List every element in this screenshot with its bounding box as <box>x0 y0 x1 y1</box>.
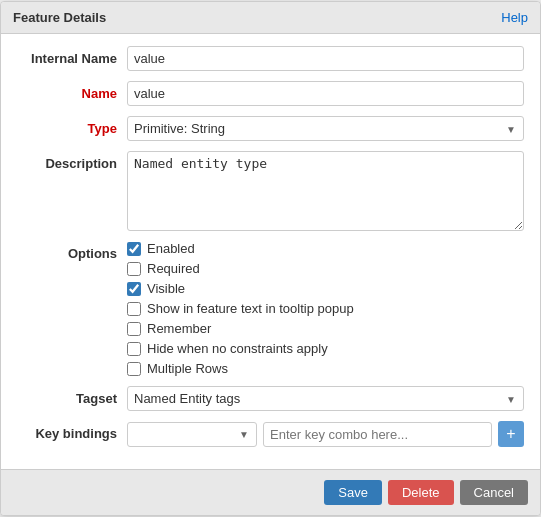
options-label: Options <box>17 241 127 261</box>
name-row: Name <box>17 81 524 106</box>
tagset-row: Tagset Named Entity tags None Custom ▼ <box>17 386 524 411</box>
key-combo-input[interactable] <box>263 422 492 447</box>
name-label: Name <box>17 81 127 101</box>
option-hide-no-constraints[interactable]: Hide when no constraints apply <box>127 341 524 356</box>
option-show-in-tooltip[interactable]: Show in feature text in tooltip popup <box>127 301 524 316</box>
option-show-in-tooltip-checkbox[interactable] <box>127 302 141 316</box>
option-hide-no-constraints-checkbox[interactable] <box>127 342 141 356</box>
option-enabled[interactable]: Enabled <box>127 241 524 256</box>
footer: Save Delete Cancel <box>1 469 540 515</box>
option-remember[interactable]: Remember <box>127 321 524 336</box>
type-label: Type <box>17 116 127 136</box>
key-modifier-select[interactable]: Ctrl Alt Shift <box>127 422 257 447</box>
feature-details-window: Feature Details Help Internal Name Name … <box>0 1 541 516</box>
option-show-in-tooltip-label: Show in feature text in tooltip popup <box>147 301 354 316</box>
name-input[interactable] <box>127 81 524 106</box>
keybindings-row: Key bindings Ctrl Alt Shift ▼ + <box>17 421 524 447</box>
type-row: Type Primitive: String Primitive: Intege… <box>17 116 524 141</box>
type-select[interactable]: Primitive: String Primitive: Integer Pri… <box>127 116 524 141</box>
option-remember-label: Remember <box>147 321 211 336</box>
option-multiple-rows-checkbox[interactable] <box>127 362 141 376</box>
cancel-button[interactable]: Cancel <box>460 480 528 505</box>
description-textarea[interactable]: Named entity type <box>127 151 524 231</box>
key-select-wrapper: Ctrl Alt Shift ▼ <box>127 422 257 447</box>
delete-button[interactable]: Delete <box>388 480 454 505</box>
options-row: Options Enabled Required Visible Show in… <box>17 241 524 376</box>
type-select-wrapper: Primitive: String Primitive: Integer Pri… <box>127 116 524 141</box>
title-bar: Feature Details Help <box>1 2 540 34</box>
keybindings-group: Ctrl Alt Shift ▼ + <box>127 421 524 447</box>
option-remember-checkbox[interactable] <box>127 322 141 336</box>
tagset-label: Tagset <box>17 386 127 406</box>
description-label: Description <box>17 151 127 171</box>
description-row: Description Named entity type <box>17 151 524 231</box>
keybindings-label: Key bindings <box>17 421 127 441</box>
internal-name-input[interactable] <box>127 46 524 71</box>
option-required-checkbox[interactable] <box>127 262 141 276</box>
option-visible[interactable]: Visible <box>127 281 524 296</box>
form-body: Internal Name Name Type Primitive: Strin… <box>1 34 540 469</box>
tagset-select-wrapper: Named Entity tags None Custom ▼ <box>127 386 524 411</box>
option-enabled-label: Enabled <box>147 241 195 256</box>
help-link[interactable]: Help <box>501 10 528 25</box>
internal-name-row: Internal Name <box>17 46 524 71</box>
window-title: Feature Details <box>13 10 106 25</box>
option-hide-no-constraints-label: Hide when no constraints apply <box>147 341 328 356</box>
option-required[interactable]: Required <box>127 261 524 276</box>
option-required-label: Required <box>147 261 200 276</box>
option-enabled-checkbox[interactable] <box>127 242 141 256</box>
options-group: Enabled Required Visible Show in feature… <box>127 241 524 376</box>
save-button[interactable]: Save <box>324 480 382 505</box>
add-keybinding-button[interactable]: + <box>498 421 524 447</box>
option-visible-checkbox[interactable] <box>127 282 141 296</box>
option-multiple-rows[interactable]: Multiple Rows <box>127 361 524 376</box>
option-multiple-rows-label: Multiple Rows <box>147 361 228 376</box>
tagset-select[interactable]: Named Entity tags None Custom <box>127 386 524 411</box>
option-visible-label: Visible <box>147 281 185 296</box>
internal-name-label: Internal Name <box>17 46 127 66</box>
